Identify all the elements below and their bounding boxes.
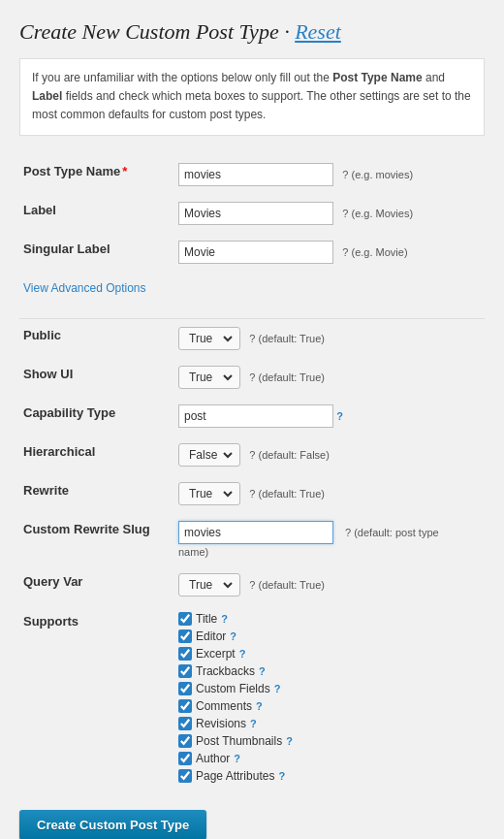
- supports-section: Title?Editor?Excerpt?Trackbacks?Custom F…: [178, 612, 481, 783]
- supports-checkbox-label-custom_fields: Custom Fields: [196, 682, 270, 695]
- supports-checkbox-label-page_attributes: Page Attributes: [196, 769, 274, 783]
- rewrite-row: Rewrite True False ? (default: True): [19, 474, 485, 513]
- supports-item-author: Author?: [178, 752, 481, 765]
- create-button-wrapper: Create Custom Post Type: [19, 791, 485, 839]
- post-type-name-label: Post Type Name*: [19, 155, 174, 194]
- supports-checkbox-page_attributes[interactable]: [178, 769, 192, 783]
- supports-hint-custom_fields[interactable]: ?: [274, 683, 281, 694]
- supports-checkbox-label-post_thumbnails: Post Thumbnails: [196, 734, 282, 748]
- query-var-select-wrapper: True False: [178, 573, 240, 597]
- label-hint: ? (e.g. Movies): [342, 208, 413, 219]
- supports-checkbox-label-excerpt: Excerpt: [196, 647, 236, 661]
- singular-label-field-label: Singular Label: [19, 233, 174, 272]
- supports-item-excerpt: Excerpt?: [178, 647, 481, 661]
- hierarchical-select[interactable]: False True: [183, 447, 236, 463]
- supports-hint-page_attributes[interactable]: ?: [278, 770, 285, 782]
- supports-hint-post_thumbnails[interactable]: ?: [286, 735, 293, 747]
- supports-item-custom_fields: Custom Fields?: [178, 682, 481, 695]
- supports-checkbox-editor[interactable]: [178, 629, 192, 643]
- supports-checkbox-author[interactable]: [178, 752, 192, 765]
- show-ui-label: Show UI: [19, 358, 174, 397]
- supports-checkbox-excerpt[interactable]: [178, 647, 192, 661]
- view-advanced-row: View Advanced Options: [19, 272, 485, 319]
- capability-type-label: Capability Type: [19, 397, 174, 436]
- intro-text: If you are unfamiliar with the options b…: [19, 58, 485, 136]
- rewrite-hint: ? (default: True): [249, 488, 325, 500]
- supports-checkbox-trackbacks[interactable]: [178, 664, 192, 678]
- public-label: Public: [19, 318, 174, 358]
- singular-label-row: Singular Label ? (e.g. Movie): [19, 233, 485, 272]
- supports-hint-excerpt[interactable]: ?: [239, 648, 246, 660]
- view-advanced-link[interactable]: View Advanced Options: [23, 281, 146, 295]
- capability-type-hint[interactable]: ?: [336, 410, 343, 422]
- post-type-name-input[interactable]: [178, 163, 333, 186]
- label-field-label: Label: [19, 194, 174, 233]
- supports-checkbox-custom_fields[interactable]: [178, 682, 192, 695]
- show-ui-select[interactable]: True False: [183, 370, 236, 385]
- public-hint: ? (default: True): [249, 333, 325, 344]
- post-type-name-field: ? (e.g. movies): [174, 155, 485, 194]
- required-indicator: *: [122, 164, 127, 178]
- supports-row: Supports Title?Editor?Excerpt?Trackbacks…: [19, 604, 485, 791]
- supports-checkbox-label-comments: Comments: [196, 699, 252, 713]
- show-ui-select-wrapper: True False: [178, 366, 240, 389]
- supports-checkbox-label-revisions: Revisions: [196, 717, 246, 730]
- query-var-label: Query Var: [19, 565, 174, 604]
- rewrite-select-wrapper: True False: [178, 482, 240, 505]
- supports-item-editor: Editor?: [178, 629, 481, 643]
- label-input[interactable]: [178, 202, 333, 225]
- supports-hint-title[interactable]: ?: [221, 613, 228, 625]
- slug-hint-cont: name): [178, 546, 481, 558]
- supports-hint-revisions[interactable]: ?: [250, 718, 257, 729]
- public-select-wrapper: True False: [178, 327, 240, 350]
- supports-item-trackbacks: Trackbacks?: [178, 664, 481, 678]
- supports-checkbox-comments[interactable]: [178, 699, 192, 713]
- custom-rewrite-slug-label: Custom Rewrite Slug: [19, 513, 174, 565]
- singular-label-field: ? (e.g. Movie): [174, 233, 485, 272]
- page-title-text: Create New Custom Post Type: [19, 19, 279, 44]
- supports-field: Title?Editor?Excerpt?Trackbacks?Custom F…: [174, 604, 485, 791]
- capability-type-field: ?: [174, 397, 485, 436]
- supports-checkbox-label-title: Title: [196, 612, 217, 626]
- show-ui-field: True False ? (default: True): [174, 358, 485, 397]
- custom-rewrite-slug-row: Custom Rewrite Slug ? (default: post typ…: [19, 513, 485, 565]
- query-var-hint: ? (default: True): [249, 579, 325, 591]
- page-title: Create New Custom Post Type · Reset: [19, 19, 485, 45]
- label-row: Label ? (e.g. Movies): [19, 194, 485, 233]
- create-custom-post-type-button[interactable]: Create Custom Post Type: [19, 810, 206, 839]
- rewrite-field: True False ? (default: True): [174, 474, 485, 513]
- public-select[interactable]: True False: [183, 331, 236, 346]
- custom-rewrite-slug-input[interactable]: [178, 521, 333, 544]
- hierarchical-hint: ? (default: False): [249, 449, 330, 461]
- supports-hint-trackbacks[interactable]: ?: [259, 665, 266, 677]
- query-var-select[interactable]: True False: [183, 577, 236, 593]
- custom-rewrite-slug-field: ? (default: post type name): [174, 513, 485, 565]
- supports-checkbox-post_thumbnails[interactable]: [178, 734, 192, 748]
- reset-link[interactable]: Reset: [295, 19, 341, 44]
- supports-label: Supports: [19, 604, 174, 791]
- post-type-name-row: Post Type Name* ? (e.g. movies): [19, 155, 485, 194]
- hierarchical-label: Hierarchical: [19, 436, 174, 474]
- supports-checkbox-label-author: Author: [196, 752, 230, 765]
- supports-hint-author[interactable]: ?: [234, 753, 240, 764]
- supports-hint-editor[interactable]: ?: [230, 630, 236, 642]
- singular-label-input[interactable]: [178, 241, 333, 264]
- supports-checkbox-revisions[interactable]: [178, 717, 192, 730]
- singular-label-hint: ? (e.g. Movie): [342, 246, 407, 258]
- label-field: ? (e.g. Movies): [174, 194, 485, 233]
- capability-type-input[interactable]: [178, 404, 333, 428]
- hierarchical-field: False True ? (default: False): [174, 436, 485, 474]
- public-row: Public True False ? (default: True): [19, 318, 485, 358]
- supports-checkbox-label-editor: Editor: [196, 629, 226, 643]
- supports-item-revisions: Revisions?: [178, 717, 481, 730]
- rewrite-select[interactable]: True False: [183, 486, 236, 501]
- query-var-row: Query Var True False ? (default: True): [19, 565, 485, 604]
- supports-hint-comments[interactable]: ?: [256, 700, 263, 712]
- show-ui-hint: ? (default: True): [249, 371, 325, 383]
- query-var-field: True False ? (default: True): [174, 565, 485, 604]
- supports-checkbox-title[interactable]: [178, 612, 192, 626]
- show-ui-row: Show UI True False ? (default: True): [19, 358, 485, 397]
- supports-item-page_attributes: Page Attributes?: [178, 769, 481, 783]
- capability-type-row: Capability Type ?: [19, 397, 485, 436]
- post-type-name-hint: ? (e.g. movies): [342, 169, 413, 180]
